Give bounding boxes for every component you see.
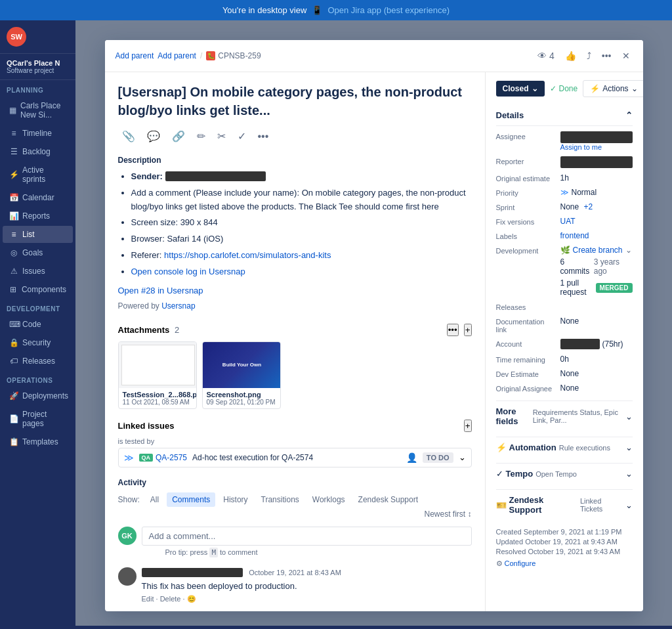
attachment-pdf[interactable]: TestSession_2...868.pdf 11 Oct 2021, 08:… bbox=[118, 341, 197, 409]
tab-zendesk[interactable]: Zendesk Support bbox=[353, 492, 423, 507]
labels-row: Labels frontend bbox=[496, 231, 633, 240]
description-label: Description bbox=[118, 156, 472, 165]
done-button[interactable]: ✓ Done bbox=[550, 84, 578, 93]
powered-by-link[interactable]: Usersnap bbox=[161, 301, 195, 311]
commenter-1-avatar bbox=[118, 567, 136, 586]
tempo-chevron-icon: ⌄ bbox=[625, 469, 633, 479]
more-options-button[interactable]: ••• bbox=[599, 48, 614, 64]
main-area: Add parent Add parent / 🐛 CPNSB-259 👁 4 bbox=[75, 20, 672, 626]
edit-button[interactable]: ✏ bbox=[193, 127, 209, 145]
comment-input[interactable]: Add a comment... bbox=[142, 527, 472, 546]
share-icon: ⤴ bbox=[587, 51, 591, 61]
tempo-header[interactable]: ✓ Tempo Open Tempo ⌄ bbox=[496, 464, 633, 484]
linked-issues-header: Linked issues + bbox=[118, 420, 472, 432]
attachments-header: Attachments 2 ••• + bbox=[118, 324, 472, 336]
mark-done-button[interactable]: ✓ bbox=[234, 127, 250, 145]
issues-icon: ⚠ bbox=[9, 267, 18, 276]
pull-request-row: 1 pull request MERGED bbox=[560, 278, 633, 297]
more-toolbar-button[interactable]: ••• bbox=[254, 128, 273, 145]
add-parent-link[interactable]: Add parent bbox=[116, 51, 154, 60]
comment-1-actions: Edit · Delete · 😊 bbox=[142, 595, 472, 603]
status-closed-button[interactable]: Closed ⌄ bbox=[496, 81, 545, 97]
development-label: DEVELOPMENT bbox=[0, 299, 75, 315]
tab-history[interactable]: History bbox=[218, 492, 253, 507]
tempo-icon: ✓ bbox=[496, 469, 503, 479]
sidebar-item-templates[interactable]: 📋 Templates bbox=[3, 433, 73, 450]
console-log-link[interactable]: Open console log in Usersnap bbox=[131, 267, 245, 276]
sidebar-item-board[interactable]: ▦ Carls Place New Si... bbox=[3, 97, 73, 123]
issue-type-icon: 🐛 bbox=[206, 51, 215, 60]
sort-button[interactable]: Newest first ↕ bbox=[424, 510, 471, 519]
ellipsis-icon: ••• bbox=[602, 51, 612, 61]
issue-toolbar: 📎 💬 🔗 ✏ ✂ ✓ ••• bbox=[118, 127, 472, 145]
sidebar-item-security[interactable]: 🔒 Security bbox=[3, 334, 73, 351]
sidebar-item-reports[interactable]: 📊 Reports bbox=[3, 207, 73, 225]
sidebar-item-releases[interactable]: 🏷 Releases bbox=[3, 353, 73, 370]
breadcrumb-add-parent[interactable]: Add parent bbox=[158, 51, 196, 60]
sidebar-item-components[interactable]: ⊞ Components bbox=[3, 281, 73, 298]
automation-icon: ⚡ bbox=[496, 443, 507, 452]
configure-link[interactable]: Configure bbox=[505, 559, 536, 567]
modal-body: [Usersnap] On mobile category pages, the… bbox=[105, 72, 643, 611]
sidebar-item-code[interactable]: ⌨ Code bbox=[3, 316, 73, 333]
close-modal-button[interactable]: ✕ bbox=[620, 48, 633, 64]
zendesk-header[interactable]: 🎫 Zendesk Support Linked Tickets ⌄ bbox=[496, 490, 633, 520]
sidebar-item-backlog[interactable]: ☰ Backlog bbox=[3, 143, 73, 160]
time-remaining-row: Time remaining 0h bbox=[496, 355, 633, 364]
comment-1-react[interactable]: 😊 bbox=[187, 595, 196, 603]
top-bar: You're in desktop view 📱 Open Jira app (… bbox=[0, 0, 672, 20]
linked-priority-icon: ≫ bbox=[124, 452, 134, 463]
add-attachment-button[interactable]: + bbox=[464, 324, 472, 336]
comment-1-content: ████ October 19, 2021 at 8:43 AM This fi… bbox=[142, 567, 472, 604]
configure-icon: ⚙ bbox=[496, 559, 503, 567]
fix-versions-value: UAT bbox=[560, 217, 633, 226]
referer-link[interactable]: https://shop.carlofet.com/simulators-and… bbox=[164, 250, 331, 260]
flag-button[interactable]: ✂ bbox=[213, 127, 230, 145]
assign-me-link[interactable]: Assign to me bbox=[560, 143, 633, 151]
sidebar-item-calendar[interactable]: 📅 Calendar bbox=[3, 189, 73, 206]
dates-section: Created September 9, 2021 at 1:19 PM Upd… bbox=[496, 528, 633, 568]
eye-icon: 👁 bbox=[537, 51, 547, 61]
comment-1-delete[interactable]: Delete bbox=[160, 595, 181, 603]
create-branch-link[interactable]: Create branch bbox=[573, 246, 623, 255]
comment-1-edit[interactable]: Edit bbox=[142, 595, 154, 603]
sidebar: SW QCarl's Place N Software project PLAN… bbox=[0, 20, 75, 626]
tab-transitions[interactable]: Transitions bbox=[256, 492, 304, 507]
activity-tabs: Show: All Comments History Transitions W… bbox=[118, 492, 472, 519]
sidebar-item-timeline[interactable]: ≡ Timeline bbox=[3, 125, 73, 142]
sidebar-item-issues[interactable]: ⚠ Issues bbox=[3, 263, 73, 280]
sprint-row: Sprint None +2 bbox=[496, 202, 633, 211]
share-button[interactable]: ⤴ bbox=[584, 48, 594, 64]
sidebar-item-project-pages[interactable]: 📄 Project pages bbox=[3, 406, 73, 432]
watchers-button[interactable]: 👁 4 bbox=[535, 48, 557, 64]
vote-button[interactable]: 👍 bbox=[562, 48, 579, 64]
reporter-row: Reporter bbox=[496, 156, 633, 168]
link-button[interactable]: 🔗 bbox=[168, 127, 189, 145]
tab-all[interactable]: All bbox=[145, 492, 164, 507]
commits-row: 6 commits 3 years ago bbox=[560, 257, 633, 276]
tab-comments[interactable]: Comments bbox=[167, 492, 215, 507]
automation-header[interactable]: ⚡ Automation Rule executions ⌄ bbox=[496, 437, 633, 458]
attachment-screenshot[interactable]: Build Your Own Screenshot.png 09 Sep 202… bbox=[202, 341, 281, 409]
tab-worklogs[interactable]: Worklogs bbox=[307, 492, 350, 507]
usersnap-link[interactable]: Open #28 in Usersnap bbox=[118, 286, 203, 295]
board-icon: ▦ bbox=[9, 106, 16, 115]
sidebar-item-list[interactable]: ≡ List bbox=[3, 226, 73, 243]
actions-button[interactable]: ⚡ Actions ⌄ bbox=[583, 80, 642, 97]
linked-issue-badge[interactable]: QA QA-2575 bbox=[139, 453, 188, 462]
more-fields-header[interactable]: More fields Requirements Status, Epic Li… bbox=[496, 401, 633, 431]
more-fields-chevron-icon: ⌄ bbox=[625, 412, 633, 422]
attachment-more-button[interactable]: ••• bbox=[447, 324, 459, 336]
details-header[interactable]: Details ⌃ bbox=[496, 105, 633, 126]
modal-left: [Usersnap] On mobile category pages, the… bbox=[105, 72, 486, 611]
sidebar-item-goals[interactable]: ◎ Goals bbox=[3, 244, 73, 261]
open-jira-link[interactable]: Open Jira app (best experience) bbox=[327, 5, 450, 15]
child-issue-button[interactable]: 💬 bbox=[143, 127, 164, 145]
attach-button[interactable]: 📎 bbox=[118, 127, 139, 145]
assignee-row: Assignee Assign to me bbox=[496, 131, 633, 151]
issue-title: [Usersnap] On mobile category pages, the… bbox=[118, 83, 472, 119]
sidebar-project[interactable]: QCarl's Place N Software project bbox=[0, 54, 75, 80]
add-linked-issue-button[interactable]: + bbox=[464, 420, 472, 432]
sidebar-item-deployments[interactable]: 🚀 Deployments bbox=[3, 387, 73, 404]
sidebar-item-active-sprints[interactable]: ⚡ Active sprints bbox=[3, 162, 73, 188]
